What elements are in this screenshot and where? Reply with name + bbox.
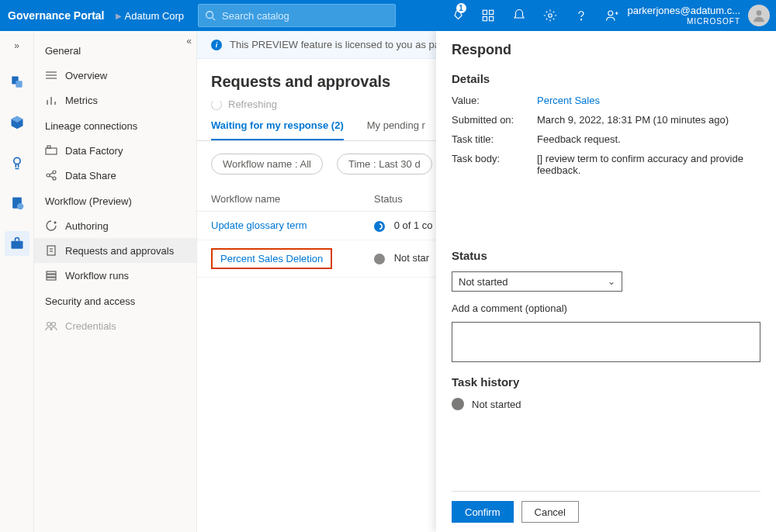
status-select[interactable]: Not started ⌄ bbox=[452, 271, 622, 292]
svg-rect-5 bbox=[489, 17, 493, 21]
svg-rect-32 bbox=[47, 271, 56, 274]
svg-line-28 bbox=[50, 176, 53, 178]
svg-rect-23 bbox=[47, 146, 50, 148]
svg-point-8 bbox=[608, 11, 612, 16]
bell-icon[interactable] bbox=[504, 0, 535, 31]
sidebar: « General Overview Metrics Lineage conne… bbox=[34, 31, 197, 532]
gear-icon[interactable] bbox=[535, 0, 566, 31]
svg-rect-15 bbox=[11, 241, 23, 249]
rail-sources-icon[interactable] bbox=[5, 70, 29, 95]
activity-icon[interactable]: 1 bbox=[442, 0, 473, 31]
status-notstarted-icon bbox=[374, 254, 385, 264]
tab-waiting[interactable]: Waiting for my response (2) bbox=[211, 119, 344, 140]
info-icon: i bbox=[211, 40, 222, 50]
tenant: MICROSOFT bbox=[628, 17, 740, 26]
svg-point-0 bbox=[206, 12, 213, 19]
section-general: General bbox=[34, 37, 196, 63]
user-email: parkerjones@adatum.c... bbox=[628, 5, 740, 16]
svg-rect-34 bbox=[47, 278, 56, 280]
svg-point-35 bbox=[47, 323, 51, 326]
status-text: Not star bbox=[394, 252, 430, 264]
expand-rail-icon[interactable]: » bbox=[11, 37, 23, 54]
value-label: Value: bbox=[452, 95, 537, 106]
help-icon[interactable] bbox=[566, 0, 597, 31]
task-body-value: [] review term to confirm accuracy and p… bbox=[537, 153, 760, 176]
brand[interactable]: Governance Portal bbox=[0, 9, 113, 22]
chevron-right-icon: ▶ bbox=[116, 12, 122, 20]
history-dot-icon bbox=[452, 398, 464, 410]
comment-heading: Add a comment (optional) bbox=[452, 302, 760, 314]
status-progress-icon bbox=[374, 221, 385, 232]
sidebar-label: Credentials bbox=[65, 320, 116, 332]
sidebar-label: Data Share bbox=[65, 170, 116, 181]
tab-pending[interactable]: My pending r bbox=[367, 119, 425, 140]
section-security: Security and access bbox=[34, 288, 196, 313]
svg-rect-3 bbox=[489, 10, 493, 14]
svg-rect-33 bbox=[47, 275, 56, 277]
feedback-icon[interactable] bbox=[597, 0, 628, 31]
svg-point-14 bbox=[17, 203, 23, 209]
section-workflow: Workflow (Preview) bbox=[34, 188, 196, 213]
collapse-sidebar-icon[interactable]: « bbox=[186, 36, 192, 47]
filter-workflow-name[interactable]: Workflow name : All bbox=[211, 154, 323, 174]
svg-point-9 bbox=[757, 10, 762, 16]
top-icons: 1 parkerjones@adatum.c... MICROSOFT bbox=[442, 0, 776, 31]
activity-badge: 1 bbox=[456, 3, 466, 13]
sidebar-item-credentials[interactable]: Credentials bbox=[34, 313, 196, 338]
user-block[interactable]: parkerjones@adatum.c... MICROSOFT bbox=[628, 5, 745, 25]
sidebar-label: Requests and approvals bbox=[65, 245, 174, 257]
main-content: i This PREVIEW feature is licensed to yo… bbox=[197, 31, 776, 532]
workflow-link-highlighted[interactable]: Percent Sales Deletion bbox=[211, 248, 332, 269]
column-workflow-name[interactable]: Workflow name bbox=[211, 193, 374, 205]
org-name[interactable]: Adatum Corp bbox=[125, 10, 185, 22]
svg-line-1 bbox=[213, 18, 216, 21]
sidebar-label: Data Factory bbox=[65, 145, 123, 157]
sidebar-item-metrics[interactable]: Metrics bbox=[34, 88, 196, 112]
comment-input[interactable] bbox=[452, 322, 760, 362]
search-icon bbox=[205, 10, 216, 21]
filter-time[interactable]: Time : Last 30 d bbox=[337, 154, 432, 174]
chevron-down-icon: ⌄ bbox=[608, 276, 615, 287]
collections-icon[interactable] bbox=[473, 0, 504, 31]
svg-point-24 bbox=[47, 174, 50, 177]
rail-map-icon[interactable] bbox=[5, 110, 29, 135]
confirm-button[interactable]: Confirm bbox=[452, 501, 514, 523]
svg-point-36 bbox=[52, 323, 56, 326]
task-body-label: Task body: bbox=[452, 153, 537, 176]
value-link[interactable]: Percent Sales bbox=[537, 95, 760, 106]
search-box[interactable] bbox=[198, 4, 396, 27]
sidebar-item-requests[interactable]: Requests and approvals bbox=[34, 238, 196, 263]
status-select-value: Not started bbox=[459, 276, 508, 288]
history-heading: Task history bbox=[452, 375, 760, 389]
svg-line-27 bbox=[50, 173, 53, 174]
svg-point-6 bbox=[548, 14, 552, 18]
svg-point-7 bbox=[580, 19, 581, 20]
sidebar-item-authoring[interactable]: Authoring bbox=[34, 213, 196, 238]
workflow-link[interactable]: Update glossary term bbox=[211, 219, 307, 231]
rail-policy-icon[interactable] bbox=[5, 191, 29, 216]
svg-rect-2 bbox=[483, 10, 487, 14]
panel-title: Respond bbox=[452, 40, 760, 58]
spinner-icon bbox=[211, 99, 222, 110]
left-rail: » bbox=[0, 31, 34, 532]
svg-point-12 bbox=[13, 157, 19, 164]
history-item: Not started bbox=[452, 398, 760, 410]
rail-insights-icon[interactable] bbox=[5, 150, 29, 175]
respond-panel: Respond Details Value: Percent Sales Sub… bbox=[436, 31, 776, 532]
svg-rect-4 bbox=[483, 17, 487, 21]
search-input[interactable] bbox=[222, 10, 389, 22]
submitted-label: Submitted on: bbox=[452, 114, 537, 126]
sidebar-label: Metrics bbox=[65, 95, 98, 106]
banner-text: This PREVIEW feature is licensed to you … bbox=[230, 39, 465, 50]
cancel-button[interactable]: Cancel bbox=[521, 501, 579, 523]
sidebar-label: Workflow runs bbox=[65, 270, 129, 282]
svg-rect-29 bbox=[47, 246, 55, 255]
status-heading: Status bbox=[452, 249, 760, 262]
sidebar-item-overview[interactable]: Overview bbox=[34, 63, 196, 88]
avatar[interactable] bbox=[748, 5, 770, 26]
sidebar-item-runs[interactable]: Workflow runs bbox=[34, 263, 196, 288]
details-heading: Details bbox=[452, 72, 760, 85]
sidebar-item-datashare[interactable]: Data Share bbox=[34, 163, 196, 188]
sidebar-item-datafactory[interactable]: Data Factory bbox=[34, 138, 196, 163]
rail-workflows-icon[interactable] bbox=[5, 231, 29, 256]
